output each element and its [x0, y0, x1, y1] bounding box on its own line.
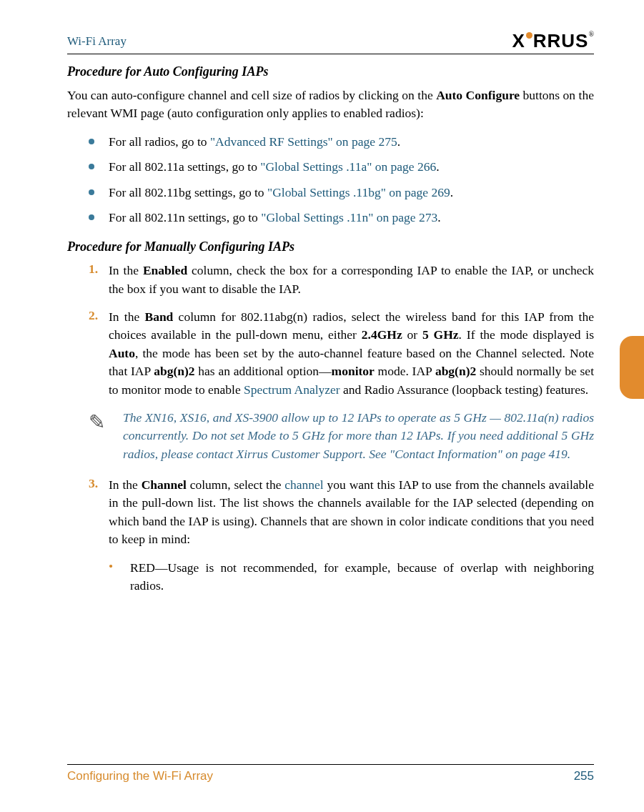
cross-reference-link[interactable]: "Advanced RF Settings" on page 275 [210, 134, 397, 149]
footer-section-title: Configuring the Wi-Fi Array [67, 769, 213, 783]
step-number: 1. [67, 262, 109, 298]
list-item: For all radios, go to "Advanced RF Setti… [67, 133, 594, 151]
bold-text: Enabled [143, 263, 187, 277]
header-title: Wi-Fi Array [67, 34, 127, 49]
bold-text: 2.4GHz [362, 327, 402, 342]
text: or [402, 327, 422, 342]
step-content: In the Channel column, select the channe… [109, 476, 594, 549]
registered-mark: ® [588, 30, 594, 38]
text: column, select the [187, 477, 284, 492]
cross-reference-link[interactable]: channel [284, 477, 323, 492]
bold-text: Auto [109, 346, 135, 360]
bold-text: Channel [142, 477, 187, 492]
text: In the [109, 263, 143, 277]
note-icon: ✎ [89, 409, 123, 463]
step-number: 3. [67, 476, 109, 549]
section2-heading: Procedure for Manually Configuring IAPs [67, 239, 594, 254]
document-page: Wi-Fi Array X RRUS ® Procedure for Auto … [0, 0, 644, 812]
bold-text: monitor [332, 364, 375, 378]
logo-text-right: RRUS [533, 30, 589, 52]
text: For all 802.11n settings, go to [109, 210, 261, 224]
text: . [437, 210, 440, 224]
step-content: In the Band column for 802.11abg(n) radi… [109, 308, 594, 399]
bold-text: 5 GHz [422, 327, 459, 342]
text: mode. IAP [375, 364, 435, 378]
step-2: 2. In the Band column for 802.11abg(n) r… [67, 308, 594, 399]
text: . [397, 134, 400, 149]
list-item: For all 802.11a settings, go to "Global … [67, 158, 594, 176]
bold-text: abg(n)2 [435, 364, 476, 378]
page-number: 255 [574, 769, 594, 783]
cross-reference-link[interactable]: "Global Settings .11n" on page 273 [261, 210, 437, 224]
text: . [450, 185, 453, 199]
text: . [436, 159, 439, 174]
sub-bullet-text: RED—Usage is not recommended, for exampl… [130, 559, 594, 595]
section1-body: You can auto-configure channel and cell … [67, 86, 594, 123]
section1-heading: Procedure for Auto Configuring IAPs [67, 64, 594, 79]
step-number: 2. [67, 308, 109, 399]
logo-dot-icon [526, 32, 532, 39]
text: For all radios, go to [109, 134, 210, 149]
bold-text: Auto Configure [436, 88, 520, 102]
cross-reference-link[interactable]: "Global Settings .11bg" on page 269 [267, 185, 450, 199]
cross-reference-link[interactable]: Spectrum Analyzer [244, 382, 340, 397]
text: In the [109, 310, 144, 324]
page-footer: Configuring the Wi-Fi Array 255 [67, 764, 594, 783]
step-content: In the Enabled column, check the box for… [109, 262, 594, 298]
text: . If the mode displayed is [459, 327, 594, 342]
list-item: For all 802.11n settings, go to "Global … [67, 209, 594, 227]
text: and Radio Assurance (loopback testing) f… [340, 382, 588, 397]
bold-text: abg(n)2 [154, 364, 194, 378]
cross-reference-link[interactable]: "Global Settings .11a" on page 266 [260, 159, 436, 174]
text: You can auto-configure channel and cell … [67, 88, 436, 102]
text: In the [109, 477, 142, 492]
text: For all 802.11bg settings, go to [109, 185, 267, 199]
bullet-dot-icon: • [109, 559, 130, 595]
text: For all 802.11a settings, go to [109, 159, 260, 174]
step-3: 3. In the Channel column, select the cha… [67, 476, 594, 549]
bold-text: Band [144, 310, 173, 324]
list-item: For all 802.11bg settings, go to "Global… [67, 184, 594, 202]
note-block: ✎ The XN16, XS16, and XS-3900 allow up t… [67, 409, 594, 463]
text: has an additional option— [195, 364, 332, 378]
sub-bullet: • RED—Usage is not recommended, for exam… [67, 559, 594, 595]
bullet-list: For all radios, go to "Advanced RF Setti… [67, 133, 594, 227]
page-header: Wi-Fi Array X RRUS ® [67, 30, 594, 54]
note-text: The XN16, XS16, and XS-3900 allow up to … [123, 409, 594, 463]
brand-logo: X RRUS ® [512, 30, 594, 52]
step-1: 1. In the Enabled column, check the box … [67, 262, 594, 298]
logo-text-left: X [512, 30, 525, 52]
